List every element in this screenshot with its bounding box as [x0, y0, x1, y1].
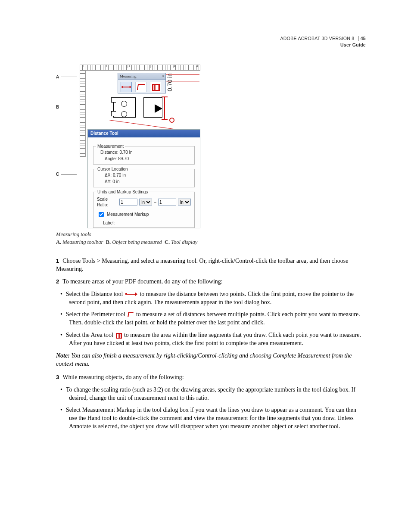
header-subtitle: User Guide: [280, 42, 366, 48]
dimension-line: [164, 97, 165, 119]
callout-b: B: [56, 104, 59, 110]
step-2c: Select the Area tool to measure the area…: [64, 331, 366, 348]
callout-a: A: [56, 74, 59, 80]
scale-left-unit-select[interactable]: in: [139, 199, 152, 205]
equals-label: =: [154, 199, 156, 205]
group-legend: Cursor Location: [96, 166, 129, 172]
drawing-canvas: Measuring ×: [87, 71, 200, 129]
body-text: 1Choose Tools > Measuring, and select a …: [56, 257, 366, 431]
panel-title: Distance Tool: [88, 130, 200, 137]
header-product: ADOBE ACROBAT 3D VERSION 8: [280, 35, 355, 41]
measurement-markup-label: Measurement Markup: [107, 212, 149, 218]
perimeter-icon: [137, 84, 145, 90]
step-1: 1Choose Tools > Measuring, and select a …: [56, 257, 366, 274]
callout-c: C: [56, 171, 59, 177]
step-2a: Select the Distance tool to measure the …: [64, 290, 366, 307]
ruler-vertical: [80, 71, 86, 157]
object-hole: [121, 111, 127, 117]
object-arrow: [155, 104, 162, 113]
area-icon: [115, 333, 121, 339]
page-header: ADOBE ACROBAT 3D VERSION 8 45 User Guide: [280, 35, 366, 48]
ruler-horizontal: |2|3|3|3|4|4: [80, 65, 200, 71]
step-3a: To change the scaling ratio (such as 3:2…: [64, 386, 366, 402]
step-2b: Select the Perimeter tool to measure a s…: [64, 311, 366, 327]
object-tab: [111, 97, 116, 103]
step-2: 2To measure areas of your PDF document, …: [56, 278, 366, 286]
page: ADOBE ACROBAT 3D VERSION 8 45 User Guide…: [0, 0, 411, 532]
toolbar-title-bar[interactable]: Measuring ×: [118, 73, 165, 80]
perimeter-icon: [128, 312, 134, 318]
caption-title: Measuring tools: [56, 231, 366, 239]
scale-ratio-label: Scale Ratio:: [97, 196, 118, 208]
step-3: 3While measuring objects, do any of the …: [56, 373, 366, 382]
perimeter-tool-button[interactable]: [135, 82, 146, 92]
scale-right-input[interactable]: [158, 199, 176, 205]
step-3b: Select Measurement Markup in the tool di…: [64, 406, 366, 431]
dimension-label: 0.70 in: [166, 73, 174, 91]
label-field-label: Label:: [103, 221, 115, 225]
measurement-group: Measurement Distance: 0.70 in Angle: 89.…: [93, 146, 195, 165]
figure: A B C |2|3|3|3|4|4 Measuring ×: [56, 65, 366, 246]
measurement-markup-checkbox[interactable]: [99, 212, 104, 217]
note: Note: You can also finish a measurement …: [56, 352, 366, 368]
group-legend: Units and Markup Settings: [96, 189, 149, 195]
distance-icon: [125, 292, 137, 296]
object-hole: [121, 101, 127, 107]
tool-display-panel: Distance Tool Measurement Distance: 0.70…: [87, 129, 200, 228]
measuring-toolbar[interactable]: Measuring ×: [118, 73, 166, 93]
group-legend: Measurement: [96, 143, 125, 149]
distance-tool-button[interactable]: [121, 82, 132, 92]
toolbar-title: Measuring: [120, 74, 137, 78]
scale-right-unit-select[interactable]: in: [178, 199, 191, 205]
page-number: 45: [358, 36, 366, 41]
scale-left-input[interactable]: [119, 199, 137, 205]
figure-caption: Measuring tools A. Measuring toolbar B. …: [56, 231, 366, 246]
units-markup-group: Units and Markup Settings Scale Ratio: i…: [93, 192, 195, 228]
ruler-guide: [86, 71, 86, 157]
close-icon[interactable]: ×: [162, 73, 165, 79]
dimension-cap: [162, 96, 168, 97]
area-tool-button[interactable]: [150, 82, 161, 92]
distance-icon: [122, 87, 131, 87]
cursor-location-group: Cursor Location ΔX: 0.70 in ΔY: 0 in: [93, 169, 195, 187]
area-icon: [152, 84, 160, 91]
object-tab: [111, 111, 116, 116]
